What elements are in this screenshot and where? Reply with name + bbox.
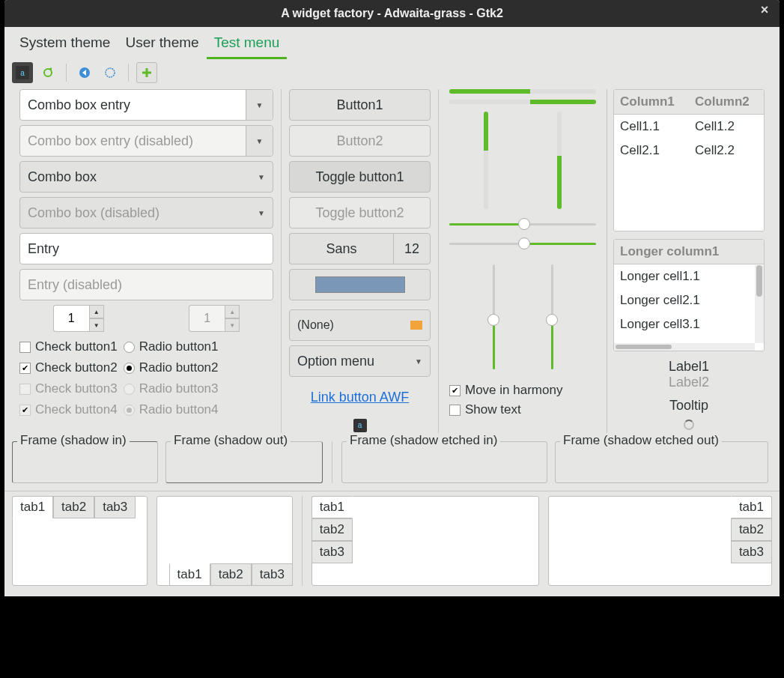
table-row[interactable]: Longer cell2.1 [614,288,764,312]
column-trees: Column1 Column2 Cell1.1 Cell1.2 Cell2.1 … [607,89,772,434]
toolbar: a [4,59,780,89]
tree-view-2[interactable]: Longer column1 Longer cell1.1 Longer cel… [613,239,765,351]
tab-left-3[interactable]: tab3 [312,541,353,563]
combo-box-entry-disabled: Combo box entry (disabled) ▼ [19,125,273,157]
button-1[interactable]: Button1 [289,89,431,121]
label-2: Label2 [613,375,765,390]
tab-right-1[interactable]: tab1 [731,496,772,518]
frame-shadow-etched-out: Frame (shadow etched out) [555,441,768,483]
tab-right-2[interactable]: tab2 [731,518,772,541]
spinner-icon [684,420,694,430]
tab-top-2[interactable]: tab2 [53,496,94,518]
spin-value-1[interactable] [53,305,89,332]
column-header-1[interactable]: Column1 [614,90,689,114]
tree-view-1[interactable]: Column1 Column2 Cell1.1 Cell1.2 Cell2.1 … [613,89,765,231]
refresh-icon[interactable] [37,62,58,83]
globe-icon[interactable] [100,62,121,83]
tab-left-1[interactable]: tab1 [312,496,353,518]
vprogress-1 [484,112,488,209]
notebook-bottom[interactable]: tab1 tab2 tab3 [157,496,292,586]
combo-text: Combo box [28,169,97,185]
menu-system-theme[interactable]: System theme [12,30,118,59]
vslider-2[interactable] [544,264,559,369]
tab-top-1[interactable]: tab1 [12,496,53,518]
check-button-2[interactable]: Check button2 [19,360,118,375]
entry-field[interactable]: Entry [19,233,273,264]
column-ranges: Move in harmony Show text [439,89,607,434]
back-icon[interactable] [74,62,95,83]
combo-box[interactable]: Combo box ▼ [19,161,273,193]
column-header-2[interactable]: Column2 [689,90,764,114]
table-row[interactable]: Cell2.1 Cell2.2 [614,139,764,163]
tab-bottom-1[interactable]: tab1 [169,563,210,586]
radio-button-1[interactable]: Radio button1 [124,339,219,354]
combo-entry-disabled-text: Combo box entry (disabled) [20,133,246,149]
tab-right-3[interactable]: tab3 [731,541,772,563]
chevron-down-icon: ▼ [258,209,265,217]
showtext-checkbox[interactable]: Show text [449,402,596,417]
radio-button-2[interactable]: Radio button2 [124,360,219,375]
spin-down-icon[interactable]: ▼ [89,318,104,332]
spin-button-1[interactable]: ▲▼ [53,305,104,332]
toggle-button-2: Toggle button2 [289,197,431,228]
hslider-1[interactable] [449,217,596,231]
svg-point-2 [106,68,115,77]
tab-bottom-2[interactable]: tab2 [210,563,252,586]
font-size-button[interactable]: 12 [393,233,431,264]
chevron-down-icon[interactable]: ▼ [246,90,273,120]
close-icon[interactable]: × [757,4,772,19]
combo-box-disabled: Combo box (disabled) ▼ [19,197,273,228]
notebook-top[interactable]: tab1 tab2 tab3 [12,496,148,586]
spin-up-icon: ▲ [225,305,240,318]
toolbar-separator-2 [128,64,129,82]
table-row[interactable]: Longer cell1.1 [614,264,764,288]
label-1: Label1 [613,359,765,375]
combo-box-entry[interactable]: Combo box entry ▼ [19,89,273,121]
check-button-1[interactable]: Check button1 [19,339,118,354]
svg-point-0 [44,69,52,76]
chevron-down-icon: ▼ [246,126,273,156]
vslider-1[interactable] [486,264,501,369]
radio-button-4: Radio button4 [124,402,219,417]
table-row[interactable]: Cell1.1 Cell1.2 [614,115,764,139]
menu-user-theme[interactable]: User theme [118,30,206,59]
spin-value-2 [189,305,225,332]
color-button[interactable] [289,269,431,300]
notebooks-row: tab1 tab2 tab3 tab1 tab2 tab3 tab1 tab2 … [4,491,780,596]
option-menu-label: Option menu [297,354,374,369]
tab-bottom-3[interactable]: tab3 [252,563,293,586]
radio-button-3: Radio button3 [124,381,219,396]
link-button[interactable]: Link button AWF [289,381,431,413]
harmony-checkbox[interactable]: Move in harmony [449,383,596,398]
long-column-header[interactable]: Longer column1 [614,240,764,264]
option-menu[interactable]: Option menu ▼ [289,345,431,377]
font-name-button[interactable]: Sans [289,233,393,264]
awf-icon[interactable]: a [12,62,33,83]
titlebar[interactable]: A widget factory - Adwaita-grass - Gtk2 … [4,0,780,27]
spin-down-icon: ▼ [225,318,240,332]
scrollbar-horizontal[interactable] [614,343,755,351]
notebook-left[interactable]: tab1 tab2 tab3 [312,496,539,586]
separator [302,496,303,586]
notebook-right[interactable]: tab1 tab2 tab3 [548,496,772,586]
progress-bar-1 [449,89,596,94]
toggle-button-1[interactable]: Toggle button1 [289,161,431,193]
hslider-2[interactable] [449,236,596,251]
entry-field-disabled: Entry (disabled) [19,269,273,300]
column-buttons: Button1 Button2 Toggle button1 Toggle bu… [282,89,439,434]
file-chooser-button[interactable]: (None) [289,309,431,341]
chevron-down-icon: ▼ [415,357,422,366]
add-icon[interactable] [136,62,157,83]
frame-shadow-in: Frame (shadow in) [12,441,158,483]
spin-up-icon[interactable]: ▲ [89,305,104,318]
combo-entry-text[interactable]: Combo box entry [20,97,246,113]
menu-test-menu[interactable]: Test menu [207,30,288,59]
separator [332,441,332,483]
tab-top-3[interactable]: tab3 [94,496,136,518]
tab-left-2[interactable]: tab2 [312,518,353,541]
scrollbar-vertical[interactable] [755,265,764,343]
color-swatch [315,276,405,293]
table-row[interactable]: Longer cell3.1 [614,312,764,336]
vprogress-2 [557,112,562,209]
awf-small-icon: a [289,417,431,432]
